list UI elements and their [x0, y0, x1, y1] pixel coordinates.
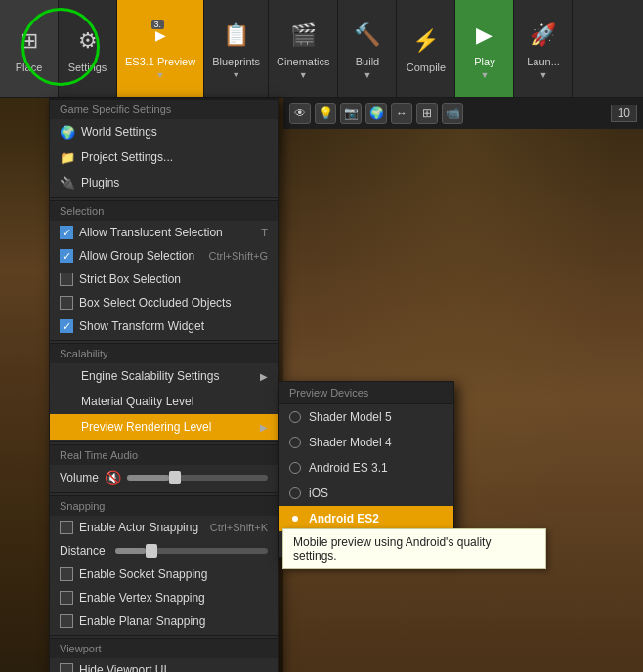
world-settings-icon: 🌍 [60, 124, 75, 140]
hud-camera[interactable]: 📹 [442, 103, 463, 124]
toolbar-compile[interactable]: ⚡ Compile [397, 0, 455, 97]
menu-item-show-transform[interactable]: ✓ Show Transform Widget [50, 315, 278, 338]
preview-rendering-label: Preview Rendering Level [81, 420, 254, 434]
planar-snap-checkbox [60, 614, 73, 628]
box-select-checkbox [60, 296, 73, 310]
submenu-ios[interactable]: iOS [279, 481, 453, 506]
section-snapping: Snapping [50, 495, 278, 516]
section-game-specific: Game Specific Settings [50, 99, 278, 119]
volume-fill [127, 475, 169, 481]
toolbar-place[interactable]: ⊞ Place [0, 0, 59, 97]
distance-fill [115, 548, 146, 554]
strict-checkbox [60, 273, 73, 286]
play-icon: ▶ [467, 18, 502, 53]
material-quality-icon [60, 394, 75, 409]
hud-world[interactable]: 🌍 [365, 103, 387, 124]
submenu-shader-model-5[interactable]: Shader Model 5 [279, 404, 453, 430]
shader5-radio [289, 411, 301, 423]
shader5-label: Shader Model 5 [309, 410, 392, 424]
build-icon: 🔨 [350, 18, 385, 53]
launch-icon: 🚀 [526, 18, 561, 53]
volume-icon: 🔇 [105, 470, 121, 485]
translucent-label: Allow Translucent Selection [79, 226, 255, 239]
vertex-snap-label: Enable Vertex Snapping [79, 591, 268, 605]
distance-slider[interactable] [115, 548, 268, 554]
engine-scalability-label: Engine Scalability Settings [81, 369, 254, 383]
divider-1 [50, 197, 278, 198]
plugins-label: Plugins [81, 176, 268, 189]
blueprints-label: Blueprints [212, 56, 260, 67]
preview-rendering-arrow: ▶ [260, 422, 268, 433]
hud-snap[interactable]: ↔ [391, 103, 412, 124]
play-label: Play [474, 56, 494, 67]
menu-item-hide-viewport[interactable]: Hide Viewport UI [50, 658, 278, 672]
ios-radio [289, 487, 301, 499]
menu-item-world-settings[interactable]: 🌍 World Settings [50, 119, 278, 145]
vertex-snap-checkbox [60, 591, 73, 605]
divider-3 [50, 441, 278, 442]
distance-label: Distance [60, 544, 106, 558]
submenu-shader-model-4[interactable]: Shader Model 4 [279, 430, 453, 455]
submenu-title: Preview Devices [279, 382, 453, 404]
menu-item-planar-snapping[interactable]: Enable Planar Snapping [50, 609, 278, 633]
shader4-radio [289, 437, 301, 448]
es31-arrow: ▼ [156, 70, 165, 80]
es31-icon: 3. ▶ [143, 18, 178, 53]
section-scalability: Scalability [50, 343, 278, 363]
group-label: Allow Group Selection [79, 249, 202, 263]
actor-snap-label: Enable Actor Snapping [79, 521, 204, 534]
hud-grid[interactable]: ⊞ [416, 103, 438, 124]
menu-item-project-settings[interactable]: 📁 Project Settings... [50, 145, 278, 170]
menu-item-strict-box[interactable]: Strict Box Selection [50, 268, 278, 291]
menu-item-engine-scalability[interactable]: Engine Scalability Settings ▶ [50, 363, 278, 389]
actor-snap-checkbox [60, 521, 73, 534]
tooltip-text: Mobile preview using Android's quality s… [293, 535, 491, 563]
planar-snap-label: Enable Planar Snapping [79, 614, 268, 628]
volume-slider[interactable] [127, 475, 268, 481]
menu-item-plugins[interactable]: 🔌 Plugins [50, 170, 278, 195]
android-es31-label: Android ES 3.1 [309, 461, 388, 475]
hud-perspective[interactable]: 👁 [289, 103, 311, 124]
menu-item-preview-rendering[interactable]: Preview Rendering Level ▶ [50, 414, 278, 440]
cinematics-arrow: ▼ [299, 70, 308, 80]
material-quality-label: Material Quality Level [81, 395, 268, 408]
actor-snap-shortcut: Ctrl+Shift+K [210, 522, 268, 533]
section-realtime-audio: Real Time Audio [50, 444, 278, 465]
hud-show[interactable]: 📷 [340, 103, 362, 124]
group-shortcut: Ctrl+Shift+G [208, 250, 268, 262]
toolbar-launch[interactable]: 🚀 Laun... ▼ [514, 0, 573, 97]
toolbar-settings[interactable]: ⚙ Settings [59, 0, 117, 97]
menu-item-allow-translucent[interactable]: ✓ Allow Translucent Selection T [50, 221, 278, 244]
toolbar-cinematics[interactable]: 🎬 Cinematics ▼ [269, 0, 338, 97]
play-arrow: ▼ [481, 70, 490, 80]
cinematics-icon: 🎬 [285, 18, 321, 53]
menu-item-material-quality[interactable]: Material Quality Level [50, 389, 278, 414]
menu-item-box-select[interactable]: Box Select Occluded Objects [50, 291, 278, 315]
hide-viewport-label: Hide Viewport UI [79, 663, 268, 672]
blueprints-arrow: ▼ [232, 70, 240, 80]
menu-item-socket-snapping[interactable]: Enable Socket Snapping [50, 563, 278, 586]
toolbar-build[interactable]: 🔨 Build ▼ [338, 0, 397, 97]
engine-scalability-arrow: ▶ [260, 371, 268, 382]
submenu-android-es31[interactable]: Android ES 3.1 [279, 455, 453, 481]
menu-item-allow-group[interactable]: ✓ Allow Group Selection Ctrl+Shift+G [50, 244, 278, 268]
menu-item-actor-snapping[interactable]: Enable Actor Snapping Ctrl+Shift+K [50, 516, 278, 539]
compile-icon: ⚡ [408, 23, 444, 59]
toolbar-es31preview[interactable]: 3. ▶ ES3.1 Preview ▼ [117, 0, 204, 97]
build-label: Build [356, 56, 379, 67]
toolbar-play[interactable]: ▶ Play ▼ [455, 0, 514, 97]
divider-2 [50, 340, 278, 341]
launch-arrow: ▼ [539, 70, 548, 80]
distance-thumb[interactable] [146, 544, 157, 558]
toolbar-blueprints[interactable]: 📋 Blueprints ▼ [204, 0, 269, 97]
hud-lit[interactable]: 💡 [315, 103, 336, 124]
menu-item-vertex-snapping[interactable]: Enable Vertex Snapping [50, 586, 278, 609]
main-toolbar: ⊞ Place ⚙ Settings 3. ▶ ES3.1 Preview ▼ … [0, 0, 643, 98]
strict-label: Strict Box Selection [79, 273, 268, 286]
android-es31-radio [289, 462, 301, 474]
shader4-label: Shader Model 4 [309, 436, 392, 449]
socket-snap-checkbox [60, 567, 73, 581]
transform-checkbox: ✓ [60, 319, 73, 333]
volume-thumb[interactable] [169, 471, 181, 484]
translucent-checkbox: ✓ [60, 226, 73, 239]
